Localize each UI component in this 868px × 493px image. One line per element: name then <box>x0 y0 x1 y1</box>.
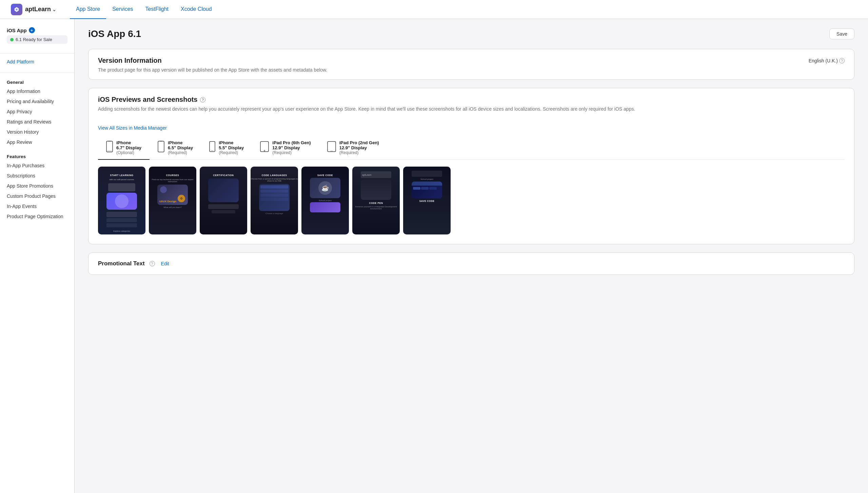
nav-link-xcode-cloud[interactable]: Xcode Cloud <box>175 0 218 19</box>
screenshot-6[interactable]: aptLearn CODE PEN Immerse yourself in a … <box>352 167 400 234</box>
ss5-label: SAVE CODE <box>317 174 333 176</box>
iphone-55-icon <box>209 141 215 154</box>
svg-rect-4 <box>158 141 164 152</box>
version-information-card: Version Information English (U.K.) ? The… <box>88 49 854 80</box>
version-info-title: Version Information <box>98 57 162 64</box>
ss6-label: CODE PEN <box>369 202 383 204</box>
screenshots-help-icon[interactable]: ? <box>200 97 205 102</box>
promo-edit-link[interactable]: Edit <box>161 261 169 266</box>
device-65-info: iPhone 6.5" Display (Required) <box>168 140 193 155</box>
nav-links: App Store Services TestFlight Xcode Clou… <box>70 0 218 19</box>
ss7-label: SAVE CODE <box>419 200 435 202</box>
add-platform-button[interactable]: + <box>29 27 35 33</box>
svg-rect-7 <box>211 150 214 151</box>
svg-rect-10 <box>328 141 336 152</box>
version-info-title-row: Version Information English (U.K.) ? <box>98 57 845 64</box>
ss3-label: CERTIFICATION <box>213 174 234 176</box>
page-header: iOS App 6.1 Save <box>88 29 854 39</box>
main-layout: iOS App + 6.1 Ready for Sale Add Platfor… <box>0 19 868 493</box>
nav-link-services[interactable]: Services <box>106 0 139 19</box>
screenshot-5[interactable]: SAVE CODE ☕ School project <box>301 167 349 234</box>
screenshots-desc: Adding screenshots for the newest device… <box>98 106 845 118</box>
nav-link-testflight[interactable]: TestFlight <box>139 0 175 19</box>
device-tabs-area: View All Sizes in Media Manager iPhone <box>88 118 854 160</box>
screenshots-card: iOS Previews and Screenshots ? Adding sc… <box>88 88 854 244</box>
brand-logo[interactable]: aptLearn ⌄ <box>11 4 56 15</box>
sidebar-item-version-history[interactable]: Version History <box>0 127 74 137</box>
top-navigation: aptLearn ⌄ App Store Services TestFlight… <box>0 0 868 19</box>
sidebar-item-product-page-optimization[interactable]: Product Page Optimization <box>0 211 74 222</box>
sidebar-item-pricing[interactable]: Pricing and Availability <box>0 96 74 107</box>
sidebar-item-app-privacy[interactable]: App Privacy <box>0 107 74 117</box>
add-platform-link[interactable]: Add Platform <box>0 58 74 69</box>
promo-section: Promotional Text ? Edit <box>88 253 854 274</box>
promo-title-row: Promotional Text ? Edit <box>98 260 845 267</box>
screenshot-3[interactable]: CERTIFICATION <box>200 167 247 234</box>
save-button[interactable]: Save <box>829 29 854 39</box>
svg-rect-5 <box>160 141 162 141</box>
device-tab-iphone-55[interactable]: iPhone 5.5" Display (Required) <box>201 136 252 160</box>
ss1-label: START LEARNING <box>110 174 133 176</box>
svg-point-9 <box>264 150 265 151</box>
device-tab-iphone-67[interactable]: iPhone 6.7" Display (Optional) <box>98 136 150 160</box>
sidebar-app-header: iOS App + 6.1 Ready for Sale <box>0 26 74 49</box>
sidebar-divider-2 <box>0 73 74 73</box>
sidebar-item-app-information[interactable]: App Information <box>0 86 74 96</box>
screenshot-4[interactable]: CODE LANGUAGES Choose from a spread of p… <box>251 167 298 234</box>
svg-rect-6 <box>210 141 215 152</box>
sidebar-section-features-title: Features <box>0 151 74 160</box>
device-ipad-2nd-info: iPad Pro (2nd Gen) 12.9" Display (Requir… <box>339 140 379 155</box>
screenshot-1[interactable]: START LEARNING with our self-paced cours… <box>98 167 145 234</box>
device-ipad-6th-info: iPad Pro (6th Gen) 12.9" Display (Requir… <box>272 140 311 155</box>
sidebar: iOS App + 6.1 Ready for Sale Add Platfor… <box>0 19 75 493</box>
promotional-text-card: Promotional Text ? Edit <box>88 252 854 275</box>
svg-rect-2 <box>108 141 111 141</box>
screenshots-area: START LEARNING with our self-paced cours… <box>88 160 854 244</box>
svg-rect-1 <box>106 141 113 152</box>
device-tab-ipad-pro-2nd[interactable]: iPad Pro (2nd Gen) 12.9" Display (Requir… <box>319 136 387 160</box>
sidebar-item-custom-product-pages[interactable]: Custom Product Pages <box>0 191 74 201</box>
sidebar-app-title: iOS App + <box>7 27 67 33</box>
iphone-67-icon <box>106 141 113 154</box>
device-tabs: iPhone 6.7" Display (Optional) <box>98 136 845 160</box>
device-tab-iphone-65[interactable]: iPhone 6.5" Display (Required) <box>150 136 201 160</box>
ipad-pro-2nd-icon <box>327 141 336 154</box>
svg-rect-3 <box>107 151 112 151</box>
device-55-info: iPhone 5.5" Display (Required) <box>219 140 244 155</box>
svg-rect-11 <box>330 151 333 151</box>
view-all-sizes-link[interactable]: View All Sizes in Media Manager <box>98 125 167 131</box>
ss2-label: COURSES <box>166 174 179 176</box>
version-info-header: Version Information English (U.K.) ? The… <box>88 49 854 79</box>
device-tab-ipad-pro-6th[interactable]: iPad Pro (6th Gen) 12.9" Display (Requir… <box>252 136 319 160</box>
sidebar-item-ratings[interactable]: Ratings and Reviews <box>0 117 74 127</box>
screenshots-title-row: iOS Previews and Screenshots ? <box>98 96 845 103</box>
promo-help-icon[interactable]: ? <box>150 261 155 266</box>
version-info-desc: The product page for this app version wi… <box>98 67 845 79</box>
brand-chevron: ⌄ <box>52 7 56 12</box>
sidebar-item-subscriptions[interactable]: Subscriptions <box>0 171 74 181</box>
version-info-help-icon[interactable]: ? <box>839 58 845 63</box>
sidebar-section-general-title: General <box>0 77 74 86</box>
sidebar-item-app-review[interactable]: App Review <box>0 137 74 147</box>
ss4-label: CODE LANGUAGES <box>262 174 287 176</box>
brand-name-text: aptLearn ⌄ <box>25 6 56 13</box>
sidebar-item-app-store-promotions[interactable]: App Store Promotions <box>0 181 74 191</box>
status-dot-icon <box>10 38 14 41</box>
brand-icon <box>11 4 22 15</box>
ipad-pro-6th-icon <box>260 141 269 154</box>
iphone-65-icon <box>158 141 164 154</box>
sidebar-item-in-app-purchases[interactable]: In-App Purchases <box>0 160 74 171</box>
svg-point-0 <box>16 8 18 10</box>
language-selector[interactable]: English (U.K.) ? <box>809 58 845 63</box>
device-67-info: iPhone 6.7" Display (Optional) <box>116 140 141 155</box>
sidebar-divider <box>0 53 74 54</box>
screenshot-2[interactable]: COURSES Find our top technical courses f… <box>149 167 196 234</box>
sidebar-version-badge[interactable]: 6.1 Ready for Sale <box>7 35 67 44</box>
sidebar-item-in-app-events[interactable]: In-App Events <box>0 201 74 211</box>
page-title: iOS App 6.1 <box>88 29 141 39</box>
nav-link-appstore[interactable]: App Store <box>70 0 106 19</box>
main-content: iOS App 6.1 Save Version Information Eng… <box>75 19 868 493</box>
screenshots-title: iOS Previews and Screenshots ? <box>98 96 205 103</box>
screenshot-7[interactable]: School project SAVE CODE <box>403 167 451 234</box>
promo-title: Promotional Text <box>98 260 145 267</box>
